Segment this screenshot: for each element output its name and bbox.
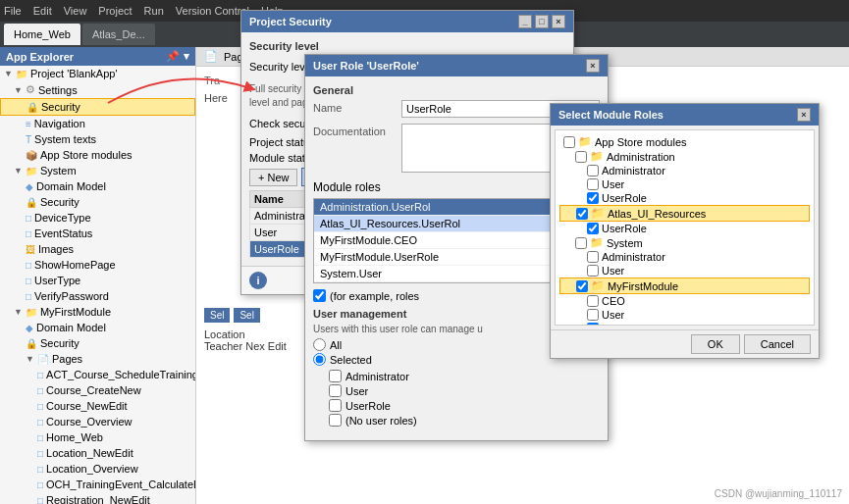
list-item[interactable]: 📁 Atlas_UI_Resources: [559, 205, 810, 222]
tree-domain-model2[interactable]: ◆ Domain Model: [0, 320, 195, 335]
general-label: General: [313, 84, 600, 96]
app-store-checkbox[interactable]: [563, 136, 575, 148]
mgmt-userrole-label[interactable]: UserRole: [329, 399, 600, 412]
info-button[interactable]: i: [249, 272, 267, 289]
mfm-userrole-checkbox[interactable]: [587, 323, 599, 326]
tree-system[interactable]: ▼ 📁 System: [0, 163, 195, 178]
administration-checkbox[interactable]: [575, 151, 587, 163]
tree-security[interactable]: 🔒 Security: [0, 98, 195, 116]
tree-pages[interactable]: ▼ 📄 Pages: [0, 351, 195, 367]
mgmt-user-label[interactable]: User: [329, 384, 600, 397]
list-item[interactable]: Administrator: [559, 164, 810, 177]
pages-folder-icon: 📄: [37, 354, 49, 365]
menu-version-control[interactable]: Version Control: [176, 5, 249, 17]
tree-domain-model[interactable]: ◆ Domain Model: [0, 178, 195, 194]
list-item[interactable]: User: [559, 177, 810, 191]
module-roles-ok-btn[interactable]: OK: [691, 334, 740, 354]
tree-home-web[interactable]: □ Home_Web: [0, 429, 195, 445]
list-item[interactable]: UserRole: [559, 322, 810, 326]
close-btn[interactable]: ×: [552, 15, 565, 28]
tree-app-store[interactable]: 📦 App Store modules: [0, 147, 195, 163]
tree-location-overview[interactable]: □ Location_Overview: [0, 461, 195, 477]
menu-edit[interactable]: Edit: [33, 5, 52, 17]
radio-all[interactable]: [313, 338, 326, 351]
tree-security2[interactable]: 🔒 Security: [0, 194, 195, 210]
minimize-btn[interactable]: _: [518, 15, 532, 28]
ceo-checkbox[interactable]: [587, 295, 599, 307]
new-btn[interactable]: + New: [249, 169, 297, 186]
sys-administrator-checkbox[interactable]: [587, 251, 599, 263]
maximize-btn[interactable]: □: [535, 15, 549, 28]
mfm-user-checkbox[interactable]: [587, 309, 599, 321]
admin-administrator-checkbox[interactable]: [587, 165, 599, 176]
module-roles-close-btn[interactable]: ×: [797, 108, 811, 122]
mgmt-no-roles-label[interactable]: (No user roles): [329, 414, 600, 427]
list-item[interactable]: 📁 MyFirstModule: [559, 277, 810, 294]
home-web-label: Home_Web: [46, 431, 103, 443]
list-item[interactable]: UserRole: [559, 191, 810, 205]
explorer-title: App Explorer: [6, 51, 74, 63]
mgmt-admin-label[interactable]: Administrator: [329, 370, 600, 382]
user-role-titlebar: User Role 'UserRole' ×: [305, 55, 608, 76]
tree-och-training[interactable]: □ OCH_TrainingEvent_CalculateEndC: [0, 477, 195, 492]
security3-label: Security: [40, 337, 80, 349]
admin-user-checkbox[interactable]: [587, 178, 599, 190]
course-overview-label: Course_Overview: [46, 416, 132, 428]
menu-project[interactable]: Project: [98, 5, 132, 17]
tree-system-texts[interactable]: T System texts: [0, 131, 195, 147]
tree-location-edit[interactable]: □ Location_NewEdit: [0, 445, 195, 461]
sys-user-checkbox[interactable]: [587, 265, 599, 277]
tree-my-first-module[interactable]: ▼ 📁 MyFirstModule: [0, 304, 195, 320]
mfm-checkbox[interactable]: [576, 280, 588, 292]
menu-view[interactable]: View: [64, 5, 87, 17]
tree-device-type[interactable]: □ DeviceType: [0, 210, 195, 226]
atlas-checkbox[interactable]: [576, 208, 588, 220]
tree-course-overview[interactable]: □ Course_Overview: [0, 414, 195, 429]
user-role-close-btn[interactable]: ×: [586, 59, 600, 73]
folder-icon: 📁: [590, 236, 604, 249]
atlas-userrole-checkbox[interactable]: [587, 223, 599, 234]
explorer-arrow-icon[interactable]: ▾: [184, 50, 189, 63]
tab-atlas[interactable]: Atlas_De...: [82, 24, 155, 45]
tree-course-edit[interactable]: □ Course_NewEdit: [0, 398, 195, 414]
home-web-icon: □: [37, 432, 43, 443]
tree-act-course[interactable]: □ ACT_Course_ScheduleTrainingEver: [0, 367, 195, 382]
system-checkbox[interactable]: [575, 237, 587, 249]
list-item[interactable]: CEO: [559, 294, 810, 308]
mgmt-admin-checkbox[interactable]: [329, 370, 342, 382]
tree-course-create[interactable]: □ Course_CreateNew: [0, 382, 195, 398]
tree-settings[interactable]: ▼ ⚙ Settings: [0, 81, 195, 98]
tree-images[interactable]: 🖼 Images: [0, 241, 195, 257]
system-arrow: ▼: [14, 166, 23, 176]
full-security-label: Full security: [249, 83, 301, 94]
menu-run[interactable]: Run: [144, 5, 164, 17]
list-item[interactable]: 📁 System: [559, 235, 810, 250]
mgmt-no-roles-checkbox[interactable]: [329, 414, 342, 427]
list-item[interactable]: User: [559, 264, 810, 277]
tree-security3[interactable]: 🔒 Security: [0, 335, 195, 351]
module-roles-tree: 📁 App Store modules 📁 Administration Adm…: [555, 129, 815, 326]
list-item[interactable]: Administrator: [559, 250, 810, 264]
list-item[interactable]: UserRole: [559, 222, 810, 235]
mgmt-user-text: User: [345, 385, 368, 397]
admin-userrole-checkbox[interactable]: [587, 192, 599, 204]
tree-event-status[interactable]: □ EventStatus: [0, 226, 195, 241]
tree-registration[interactable]: □ Registration_NewEdit: [0, 492, 195, 504]
tree-project[interactable]: ▼ 📁 Project 'BlankApp': [0, 66, 195, 81]
check-roles-checkbox[interactable]: [313, 289, 326, 302]
tree-user-type[interactable]: □ UserType: [0, 273, 195, 288]
menu-file[interactable]: File: [4, 5, 22, 17]
list-item[interactable]: User: [559, 308, 810, 322]
tab-home-web[interactable]: Home_Web: [4, 24, 80, 45]
tree-navigation[interactable]: ≡ Navigation: [0, 116, 195, 131]
list-item[interactable]: 📁 App Store modules: [559, 134, 810, 149]
name-form-label: Name: [313, 100, 401, 114]
radio-selected[interactable]: [313, 353, 326, 366]
explorer-pin-icon[interactable]: 📌: [166, 50, 180, 63]
list-item[interactable]: 📁 Administration: [559, 149, 810, 164]
tree-verify-pass[interactable]: □ VerifyPassword: [0, 288, 195, 304]
tree-show-home[interactable]: □ ShowHomePage: [0, 257, 195, 273]
mgmt-userrole-checkbox[interactable]: [329, 399, 342, 412]
mgmt-user-checkbox[interactable]: [329, 384, 342, 397]
module-roles-cancel-btn[interactable]: Cancel: [744, 334, 811, 354]
